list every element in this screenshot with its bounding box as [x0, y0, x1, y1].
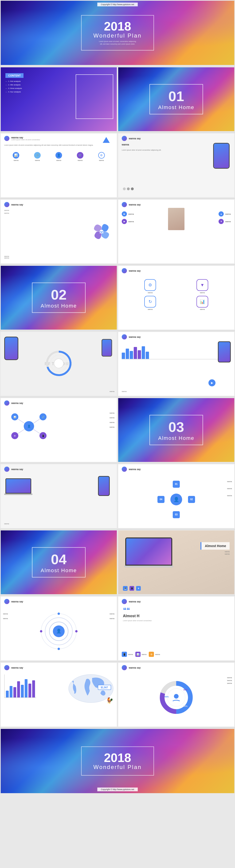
- bar-7: [146, 352, 149, 359]
- slide-laptop-ah: Almost Home wanna wanna 💻 📱 🖥: [118, 530, 235, 595]
- portrait-image: [168, 208, 184, 230]
- steps-grid: 👤 01 03 04 02: [157, 481, 195, 518]
- network-label-3: wanna: [109, 422, 114, 423]
- portrait-left-items: ▶ wanna ▶ wanna: [122, 211, 134, 226]
- hero-content: 2018 Wonderful Plan Lorem Ipsum dolor si…: [81, 15, 154, 51]
- almost-num-04: 04: [41, 551, 77, 567]
- bc2-bar-6: [25, 679, 27, 698]
- almost-box-04: 04 Almost Home: [32, 547, 85, 578]
- bc2-bar-8: [32, 680, 35, 698]
- circles-svg: 👤: [40, 613, 78, 650]
- slide-dial: wanna say ⚙ wanna ▼ wanna ↻ wanna 📊: [118, 265, 235, 330]
- slide-portrait: wanna say ▶ wanna ▶ wanna ▲ wanna: [118, 199, 235, 264]
- svg-point-2: [101, 230, 102, 232]
- svg-text:👤: 👤: [27, 424, 31, 428]
- almost-text-01: Almost Home: [158, 104, 194, 111]
- portrait-icon-2: ▶: [122, 219, 127, 224]
- step-01: 01: [173, 481, 180, 488]
- user-icon: 👤: [55, 152, 62, 159]
- laptop-ah-text: Almost Home wanna wanna: [201, 542, 230, 555]
- chevron-decoration: [103, 137, 110, 143]
- large-phone-mockup: [4, 337, 18, 360]
- svg-point-6: [54, 359, 63, 368]
- dial-icon-4: 📊: [197, 296, 208, 308]
- dial-item-3: ↻ wanna: [125, 296, 175, 310]
- small-phone-mockup: [102, 339, 112, 356]
- bc2-bar-7: [28, 684, 31, 698]
- laptop-screen-2: [5, 478, 31, 494]
- play-button[interactable]: ▶: [208, 379, 215, 386]
- slide-almost-01: 01 Almost Home: [118, 67, 235, 132]
- dial-item-1: ⚙ wanna: [125, 279, 175, 293]
- devices-header: wanna say: [1, 464, 117, 473]
- mini-avatar-13: [122, 665, 127, 670]
- quote-item-3: ⚙ wanna: [149, 652, 160, 657]
- pinwheel-icon: [91, 221, 112, 242]
- step-label-2: wanna: [227, 488, 232, 489]
- slide-bars-phone: wanna say ▶ wanna: [118, 331, 235, 397]
- svg-point-37: [174, 694, 179, 699]
- slide-content-list: CONTENT 1. first analysis 2. title analy…: [0, 67, 118, 132]
- mini-avatar-8: [4, 467, 9, 472]
- bc2-bar-2: [10, 686, 12, 698]
- content-item-4: 4. four analysis: [5, 91, 22, 93]
- bar-2: [126, 349, 129, 359]
- mini-avatar-12: [4, 665, 9, 670]
- slide-barchart-map: wanna say: [0, 662, 118, 727]
- almost-text-02: Almost Home: [41, 303, 77, 309]
- svg-text:50%: 50%: [183, 705, 187, 707]
- bar-chart-2: [4, 675, 36, 698]
- quote-item-2: 📊 wanna: [135, 652, 147, 657]
- gear-icon: ⚙: [98, 152, 105, 159]
- portrait-item-3: ▲ wanna: [218, 211, 231, 217]
- hero-end-title: Wonderful Plan: [93, 764, 142, 770]
- bar-chart-area: [118, 341, 234, 362]
- donut-header: wanna say: [118, 663, 234, 672]
- slide-donut: wanna say 55% 30% 50%: [118, 662, 235, 727]
- network-label-4: wanna: [109, 426, 114, 428]
- circle-label-1: wanna: [3, 613, 8, 615]
- laptop-mockup-ah: [125, 537, 172, 568]
- device-icon-1: 💻: [123, 586, 128, 591]
- circle-label-3: wanna: [109, 613, 114, 615]
- bar-6: [142, 346, 145, 359]
- portrait-right-items: ▲ wanna ▼ wanna: [218, 211, 231, 224]
- quote-icon-1: 📱: [122, 652, 127, 657]
- dial-item-4: 📊 wanna: [177, 296, 227, 310]
- slide-hero-end: 2018 Wonderful Plan Copyright © http://w…: [0, 728, 235, 794]
- devices-label-1: wanna: [4, 523, 9, 525]
- donut-svg: 55% 30% 50%: [160, 681, 193, 714]
- decorative-box: [76, 74, 113, 119]
- dial-icon-1: ⚙: [144, 279, 156, 291]
- dial-icon-2: ▼: [197, 279, 208, 291]
- slide-pinwheel: wanna say wanna wanna wanna wanna: [0, 199, 118, 264]
- content-item-1: 1. first analysis: [5, 80, 22, 82]
- device-icons-row: 💻 📱 🖥: [123, 586, 141, 591]
- bc2-bar-1: [6, 691, 9, 698]
- donut-chart-area: 55% 30% 50%: [160, 681, 193, 715]
- step-02: 02: [188, 496, 195, 503]
- quote-block: ❝❝ Almost H Lorem ipsum dolor sit amet c…: [118, 605, 234, 624]
- dial-item-2: ▼ wanna: [177, 279, 227, 293]
- circle-header: wanna say: [1, 596, 117, 605]
- portrait-icon-4: ▼: [218, 219, 224, 224]
- devices-group: [5, 478, 32, 496]
- almost-box-01: 01 Almost Home: [150, 84, 203, 115]
- almost-home-01: 01 Almost Home: [150, 84, 203, 115]
- svg-text:⚙: ⚙: [14, 435, 16, 437]
- mini-avatar-9: [122, 467, 127, 472]
- circle-label-4: wanna: [109, 618, 114, 619]
- pinwheel-header: wanna say: [1, 199, 117, 208]
- almost-text-04: Almost Home: [41, 567, 77, 574]
- icon-item-1: 📊 wanna: [13, 152, 19, 161]
- bars-header: wanna say: [118, 332, 234, 341]
- gauge-svg: [45, 349, 73, 377]
- large-phone-screen: [5, 337, 18, 360]
- phone-screen-1: [214, 144, 229, 168]
- bc2-bar-4: [17, 681, 20, 698]
- center-person-icon: 👤: [171, 494, 182, 505]
- hero-title: Wonderful Plan: [93, 32, 142, 39]
- world-map-area: $1,567 🐓: [68, 672, 114, 705]
- bar-4: [134, 347, 137, 359]
- barchart-header: wanna say: [1, 663, 117, 672]
